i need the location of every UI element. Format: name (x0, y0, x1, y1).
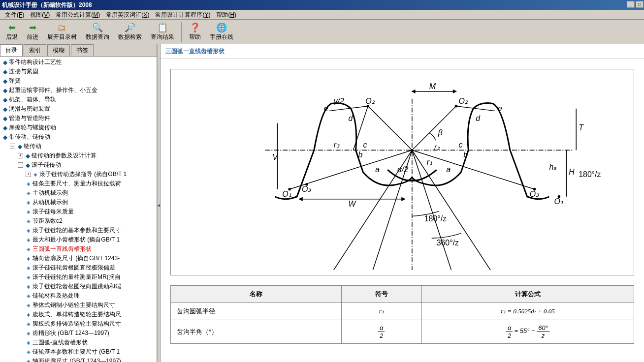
tree-item[interactable]: ◈链轮材料及热处理 (1, 291, 156, 301)
svg-text:e: e (498, 104, 502, 113)
svg-text:β: β (438, 128, 443, 137)
tab-bookmark[interactable]: 书签 (71, 44, 94, 56)
content-title: 三圆弧一直线齿槽形状 (161, 44, 644, 59)
param-formula: α2 = 55° − 60°z (421, 320, 634, 344)
help-button[interactable]: ❓ 帮助 (185, 21, 205, 42)
svg-text:O₃: O₃ (530, 190, 539, 198)
tree-item[interactable]: ◈滚子链链轮的量柱测量距MR(摘自 (1, 272, 156, 282)
svg-text:e: e (324, 104, 328, 113)
tree-item[interactable]: ◆管道与管道附件 (1, 114, 156, 123)
menu-file[interactable]: 文件(F) (2, 11, 27, 18)
sidebar: 目录 索引 模糊 书签 ◆零件结构设计工艺性 ◆连接与紧固 ◆弹簧 ◆起重运输零… (0, 44, 158, 362)
back-button[interactable]: ⬅ 后退 (2, 21, 22, 42)
tree-item[interactable]: ◆零件结构设计工艺性 (1, 58, 156, 67)
tree-item[interactable]: ◈最大和最小齿槽形状 (摘自GB/T 1 (1, 235, 156, 244)
expand-icon[interactable]: + (26, 172, 31, 177)
svg-line-10 (412, 150, 451, 270)
menu-view[interactable]: 视图(V) (27, 11, 53, 18)
tree-item[interactable]: ◈齿槽形状 (GB/T 1243—1997) (1, 329, 156, 338)
tree-item[interactable]: ◈节距系数c2 (1, 216, 156, 226)
svg-text:c: c (363, 141, 367, 149)
minimize-button[interactable]: _ (627, 1, 635, 8)
tree-item[interactable]: ◈链轮基本参数和主要尺寸 (GB/T 1 (1, 347, 156, 357)
window-controls: _ □ (626, 0, 644, 10)
svg-text:d: d (349, 114, 354, 122)
svg-text:hₐ: hₐ (549, 163, 557, 171)
tree-item[interactable]: ◈滚子链链轮的基本参数和主要尺寸 (1, 226, 156, 235)
tree-item[interactable]: ◈整体式钢制小链轮主要结构尺寸 (1, 301, 156, 310)
menu-help[interactable]: 帮助(H) (213, 11, 239, 18)
expand-tree-button[interactable]: 🗂 展开目录树 (43, 21, 81, 42)
tree-item[interactable]: −◆滚子链传动 (1, 160, 156, 170)
forward-button[interactable]: ➡ 前进 (23, 21, 42, 42)
tab-toc[interactable]: 目录 (0, 44, 23, 56)
tree-item[interactable]: ◆带传动、链传动 (1, 132, 156, 142)
tree-item[interactable]: ◈从动机械示例 (1, 198, 156, 207)
tree-view[interactable]: ◆零件结构设计工艺性 ◆连接与紧固 ◆弹簧 ◆起重运输零部件、操作件、小五金 ◆… (0, 57, 157, 362)
book-icon: ◆ (2, 97, 8, 103)
svg-text:a: a (375, 165, 380, 174)
expand-icon[interactable]: + (18, 153, 23, 158)
sidebar-tabs: 目录 索引 模糊 书签 (0, 44, 157, 57)
tree-item[interactable]: ◆摩擦轮与螺旋传动 (1, 123, 156, 132)
collapse-icon[interactable]: − (10, 144, 15, 149)
svg-line-7 (290, 150, 412, 189)
tree-item[interactable]: ◈腹板式、单排铸造链轮主要结构尺 (1, 310, 156, 319)
svg-text:180°/z: 180°/z (424, 214, 447, 223)
tree-item[interactable]: ◈链条主要尺寸、测量力和抗拉载荷 (1, 179, 156, 188)
book-icon: ◆ (2, 88, 8, 93)
svg-text:a: a (447, 165, 451, 174)
tree-item[interactable]: ◆连接与紧固 (1, 67, 156, 76)
tree-item[interactable]: ◆润滑与密封装置 (1, 104, 156, 114)
page-icon: ◈ (26, 190, 32, 196)
tree-item[interactable]: ◈腹板式多排铸造链轮主要结构尺寸 (1, 319, 156, 329)
svg-text:r₁: r₁ (427, 158, 432, 166)
svg-text:d: d (476, 114, 481, 122)
tab-index[interactable]: 索引 (24, 44, 46, 56)
param-symbol: r₁ (341, 303, 421, 320)
tree-item[interactable]: +◈滚子链传动选择指导 (摘自GB/T 1 (1, 170, 156, 179)
data-query-button[interactable]: 🔍 数据查询 (82, 21, 113, 42)
splitter[interactable] (158, 44, 161, 362)
tree-item[interactable]: ◈轴面齿廓尺寸 (GB/T 1243—1997) (1, 357, 156, 362)
tree-item[interactable]: ◈主动机械示例 (1, 188, 156, 198)
manual-online-button[interactable]: 🌐 手册在线 (206, 21, 237, 42)
globe-icon: 🌐 (216, 22, 227, 33)
svg-text:W: W (349, 200, 357, 208)
collapse-icon[interactable]: − (18, 162, 23, 168)
book-icon: ◆ (2, 69, 8, 75)
book-icon: ◆ (2, 125, 8, 131)
svg-text:O₂: O₂ (365, 97, 375, 105)
col-name: 名称 (171, 286, 342, 303)
query-icon: 🔍 (92, 22, 103, 33)
tree-item[interactable]: ◆机架、箱体、导轨 (1, 95, 156, 104)
col-symbol: 符号 (341, 286, 421, 303)
menu-design-calc[interactable]: 常用设计计算程序(Y) (152, 11, 213, 18)
menu-formula[interactable]: 常用公式计算(M) (53, 11, 103, 18)
query-result-button[interactable]: 📋 查询结果 (147, 21, 178, 42)
tree-item[interactable]: ◈三圆弧-直线齿槽形状 (1, 338, 156, 347)
tree-item[interactable]: −◆链传动 (1, 142, 156, 151)
tree-icon: 🗂 (56, 22, 68, 33)
svg-text:O₁: O₁ (282, 190, 291, 198)
tree-item-selected[interactable]: ◈三圆弧一直线齿槽形状 (1, 244, 156, 254)
svg-text:α/2: α/2 (397, 165, 408, 174)
tree-item[interactable]: +◆链传动的参数及设计计算 (1, 151, 156, 160)
tree-item[interactable]: ◈滚子链每米质量 (1, 207, 156, 216)
maximize-button[interactable]: □ (636, 1, 644, 8)
svg-text:r₃: r₃ (334, 141, 340, 149)
tree-item[interactable]: ◆弹簧 (1, 76, 156, 86)
tree-item[interactable]: ◆起重运输零部件、操作件、小五金 (1, 86, 156, 95)
book-icon: ◆ (17, 144, 23, 150)
tree-item[interactable]: ◈轴向齿廓及尺寸 (摘自GB/T 1243- (1, 254, 156, 263)
main-area: 目录 索引 模糊 书签 ◆零件结构设计工艺性 ◆连接与紧固 ◆弹簧 ◆起重运输零… (0, 44, 644, 362)
table-row: 齿沟半角（°） α2 α2 = 55° − 60°z (171, 320, 634, 344)
menu-dictionary[interactable]: 常用英汉词汇(X) (103, 11, 152, 18)
data-search-button[interactable]: 🔎 数据检索 (114, 21, 146, 42)
svg-text:O₃: O₃ (302, 185, 311, 193)
tab-fuzzy[interactable]: 模糊 (47, 44, 70, 56)
tree-item[interactable]: ◈滚子链链轮齿根圆直径极限偏差 (1, 263, 156, 272)
tree-item[interactable]: ◈滚子链链轮齿根圆径向圆跳动和端 (1, 282, 156, 291)
window-title: 机械设计手册（新编软件版）2008 (2, 0, 92, 10)
forward-arrow-icon: ➡ (27, 22, 38, 33)
